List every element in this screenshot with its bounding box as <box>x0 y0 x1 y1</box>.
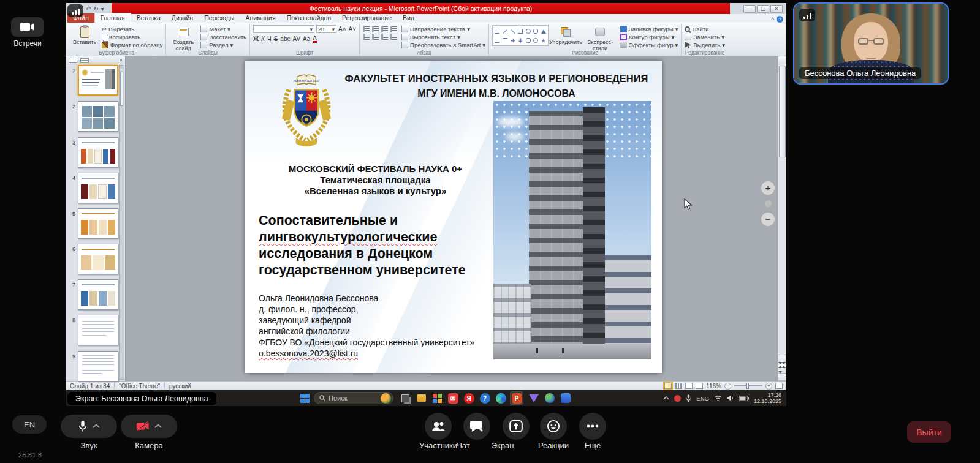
mail-app-icon[interactable]: ✉ <box>446 391 460 405</box>
align-center-icon[interactable] <box>372 34 379 40</box>
file-explorer-icon[interactable] <box>414 391 428 405</box>
outline-pane-tab[interactable] <box>80 58 89 63</box>
slide-thumbnail-2[interactable] <box>78 101 118 132</box>
font-name-combo[interactable]: ▾ <box>253 25 314 33</box>
sound-button[interactable] <box>61 415 117 438</box>
slides-pane-tab[interactable] <box>69 58 77 63</box>
meetings-app-button[interactable]: Встречи <box>9 17 47 48</box>
slide-thumbnail-7[interactable] <box>78 279 118 310</box>
more-button[interactable] <box>579 413 606 440</box>
zoom-out-button[interactable]: − <box>724 383 731 390</box>
zoom-in-button[interactable]: + <box>765 383 772 390</box>
close-button[interactable]: × <box>770 5 783 13</box>
qat-dropdown-icon[interactable]: ▾ <box>101 6 104 12</box>
share-zoom-in-button[interactable]: + <box>761 181 775 195</box>
slide-thumbnail-1[interactable] <box>78 65 118 96</box>
quick-styles-button[interactable]: Экспресс-стили <box>583 25 617 51</box>
share-zoom-out-button[interactable]: − <box>761 213 775 226</box>
tab-home[interactable]: Главная <box>94 13 131 23</box>
smartart-button[interactable]: Преобразовать в SmartArt▾ <box>401 42 485 48</box>
redo-icon[interactable]: ↻ <box>93 6 98 12</box>
change-case-button[interactable]: Aa <box>303 36 310 42</box>
shape-effects-button[interactable]: Эффекты фигур▾ <box>620 42 678 48</box>
tab-review[interactable]: Рецензирование <box>336 13 397 23</box>
globe-app-icon[interactable] <box>543 391 556 405</box>
shadow-button[interactable]: abc <box>280 36 290 42</box>
share-zoom-slider-dot[interactable] <box>765 200 772 207</box>
tab-animations[interactable]: Анимация <box>240 13 281 23</box>
collapse-ribbon-icon[interactable]: ^ <box>772 17 774 23</box>
underline-button[interactable]: Ч <box>267 36 272 42</box>
shape-outline-button[interactable]: Контур фигуры▾ <box>620 34 678 40</box>
slide-thumbnail-8[interactable] <box>78 315 118 345</box>
slide-thumbnail-5[interactable] <box>78 208 118 239</box>
chat-button[interactable] <box>463 413 490 440</box>
replace-button[interactable]: Заменить▾ <box>685 34 725 40</box>
bullets-icon[interactable] <box>363 26 370 32</box>
shrink-font-icon[interactable]: A˅ <box>349 26 357 32</box>
slideshow-view-button[interactable] <box>696 383 703 389</box>
minimize-button[interactable]: — <box>743 5 756 13</box>
paste-button[interactable]: Вставить <box>70 25 99 45</box>
select-button[interactable]: Выделить▾ <box>685 42 725 48</box>
slide-thumbnail-3[interactable] <box>78 137 118 168</box>
maximize-button[interactable]: ▢ <box>757 5 769 13</box>
reset-button[interactable]: Восстановить <box>200 34 246 40</box>
char-spacing-button[interactable]: AV <box>292 36 300 42</box>
interface-language-button[interactable]: EN <box>12 415 47 434</box>
bold-button[interactable]: Ж <box>253 36 259 42</box>
microsoft-store-icon[interactable] <box>430 391 444 405</box>
taskbar-clock[interactable]: 17:26 12.10.2025 <box>754 392 781 404</box>
powerpoint-taskbar-icon[interactable]: P <box>510 391 523 405</box>
participants-button[interactable] <box>425 413 452 440</box>
taskbar-search[interactable] <box>314 392 393 404</box>
cut-button[interactable]: ✂Вырезать <box>102 26 162 32</box>
task-view-icon[interactable] <box>398 391 412 405</box>
edge-browser-icon[interactable] <box>494 391 507 405</box>
reactions-button[interactable] <box>540 413 567 440</box>
speaker-icon[interactable] <box>727 395 734 401</box>
justify-icon[interactable] <box>390 34 397 40</box>
layout-button[interactable]: Макет▾ <box>200 26 246 32</box>
undo-icon[interactable]: ↶ <box>86 6 91 12</box>
find-button[interactable]: Найти <box>685 26 725 32</box>
font-color-button[interactable]: A <box>313 36 317 43</box>
scrollbar-thumb[interactable] <box>779 66 786 157</box>
format-painter-button[interactable]: Формат по образцу <box>102 42 162 48</box>
start-button[interactable] <box>298 391 311 405</box>
screen-share-button[interactable] <box>503 413 530 440</box>
tab-slideshow[interactable]: Показ слайдов <box>281 13 336 23</box>
grow-font-icon[interactable]: A˄ <box>338 26 346 32</box>
leave-meeting-button[interactable]: Выйти <box>907 421 951 443</box>
recorder-tray-icon[interactable] <box>674 395 681 402</box>
reading-view-button[interactable] <box>685 383 693 389</box>
italic-button[interactable]: К <box>261 36 265 42</box>
align-text-button[interactable]: Выровнять текст▾ <box>401 34 485 40</box>
slide-sorter-view-button[interactable] <box>675 383 682 389</box>
connection-stats-icon[interactable] <box>799 9 815 21</box>
blue-app-icon[interactable] <box>559 391 572 405</box>
tab-transitions[interactable]: Переходы <box>199 13 240 23</box>
slide-thumbnail-4[interactable] <box>78 173 118 203</box>
help-icon[interactable]: ? <box>777 16 783 23</box>
thumbnails-scrollbar[interactable] <box>119 65 124 380</box>
tab-insert[interactable]: Вставка <box>131 13 166 23</box>
text-direction-button[interactable]: Направление текста▾ <box>401 26 485 32</box>
vertical-scrollbar[interactable] <box>778 56 786 381</box>
indent-increase-icon[interactable] <box>390 26 397 32</box>
search-input[interactable] <box>329 394 378 402</box>
slide-thumbnail-9[interactable] <box>78 351 118 382</box>
help-app-icon[interactable]: ? <box>478 391 492 405</box>
arrange-button[interactable]: Упорядочить <box>552 25 580 45</box>
triangle-app-icon[interactable] <box>527 391 541 405</box>
strikethrough-button[interactable]: S <box>274 36 278 42</box>
new-slide-button[interactable]: Создать слайд <box>169 25 197 51</box>
microphone-tray-icon[interactable] <box>686 394 691 402</box>
align-right-icon[interactable] <box>381 34 388 40</box>
yandex-browser-icon[interactable]: Я <box>462 391 476 405</box>
tab-view[interactable]: Вид <box>397 13 420 23</box>
keyboard-language[interactable]: ENG <box>696 395 709 402</box>
language-indicator[interactable]: русский <box>169 383 191 390</box>
participant-video-tile[interactable]: Бессонова Ольга Леонидовна <box>793 2 949 85</box>
normal-view-button[interactable] <box>664 383 672 389</box>
